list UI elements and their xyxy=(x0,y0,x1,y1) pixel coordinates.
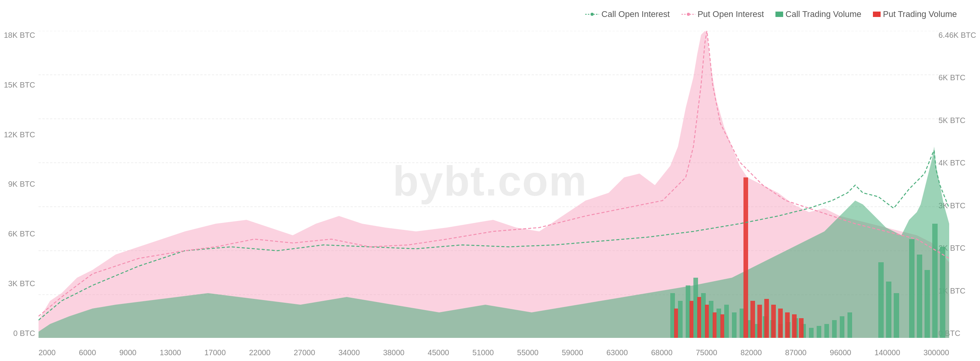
svg-rect-20 xyxy=(732,312,737,338)
svg-rect-44 xyxy=(674,309,678,338)
y-label-12k: 12K BTC xyxy=(4,130,35,139)
svg-rect-30 xyxy=(809,328,814,338)
svg-rect-49 xyxy=(720,314,724,338)
legend-call-oi-label: Call Open Interest xyxy=(601,9,670,19)
x-label-13000: 13000 xyxy=(160,348,181,357)
legend-put-vol-label: Put Trading Volume xyxy=(883,9,957,19)
y-label-18k: 18K BTC xyxy=(4,31,35,40)
legend-put-open-interest: Put Open Interest xyxy=(681,9,764,19)
svg-rect-40 xyxy=(917,255,922,338)
x-axis: 2000 6000 9000 13000 17000 22000 27000 3… xyxy=(39,348,949,357)
x-label-59000: 59000 xyxy=(562,348,583,357)
x-label-27000: 27000 xyxy=(294,348,315,357)
svg-rect-45 xyxy=(690,301,693,338)
svg-rect-37 xyxy=(886,282,891,338)
svg-rect-46 xyxy=(697,297,701,338)
svg-rect-38 xyxy=(894,293,899,338)
legend-call-vol-label: Call Trading Volume xyxy=(785,9,861,19)
x-label-140000: 140000 xyxy=(874,348,900,357)
x-label-68000: 68000 xyxy=(651,348,673,357)
svg-point-3 xyxy=(687,13,690,16)
x-label-9000: 9000 xyxy=(119,348,137,357)
svg-rect-19 xyxy=(724,305,729,338)
svg-rect-48 xyxy=(713,312,717,338)
svg-rect-43 xyxy=(940,247,945,338)
x-label-34000: 34000 xyxy=(338,348,360,357)
svg-rect-35 xyxy=(847,312,852,338)
y-label-0: 0 BTC xyxy=(13,329,35,338)
x-label-6000: 6000 xyxy=(79,348,96,357)
y-label-15k: 15K BTC xyxy=(4,81,35,89)
y-axis-left: 18K BTC 15K BTC 12K BTC 9K BTC 6K BTC 3K… xyxy=(4,31,35,338)
x-label-87000: 87000 xyxy=(785,348,807,357)
svg-rect-41 xyxy=(925,270,930,338)
svg-rect-31 xyxy=(817,326,821,338)
x-label-63000: 63000 xyxy=(606,348,628,357)
chart-legend: Call Open Interest Put Open Interest Cal… xyxy=(585,9,957,19)
svg-rect-58 xyxy=(799,318,804,338)
svg-rect-55 xyxy=(778,309,783,338)
y-label-9k: 9K BTC xyxy=(8,180,35,189)
svg-rect-50 xyxy=(743,177,748,338)
svg-rect-51 xyxy=(750,301,755,338)
legend-call-open-interest: Call Open Interest xyxy=(585,9,670,19)
y-label-6k: 6K BTC xyxy=(8,229,35,238)
y-label-3k: 3K BTC xyxy=(8,279,35,288)
legend-put-oi-label: Put Open Interest xyxy=(698,9,764,19)
x-label-38000: 38000 xyxy=(383,348,404,357)
legend-put-trading-volume: Put Trading Volume xyxy=(873,9,957,19)
legend-call-vol-icon xyxy=(775,12,783,17)
x-label-45000: 45000 xyxy=(428,348,449,357)
svg-rect-42 xyxy=(932,224,938,338)
svg-rect-13 xyxy=(678,301,683,338)
svg-rect-39 xyxy=(909,239,915,338)
svg-rect-52 xyxy=(757,305,762,338)
x-label-55000: 55000 xyxy=(517,348,539,357)
svg-point-1 xyxy=(591,13,594,16)
x-label-51000: 51000 xyxy=(472,348,494,357)
main-chart-svg xyxy=(39,31,949,338)
x-label-75000: 75000 xyxy=(696,348,717,357)
svg-rect-53 xyxy=(764,299,769,338)
legend-put-vol-icon xyxy=(873,12,881,17)
x-label-300000: 300000 xyxy=(923,348,949,357)
chart-container: Call Open Interest Put Open Interest Cal… xyxy=(0,0,980,361)
svg-rect-32 xyxy=(824,324,829,338)
x-label-96000: 96000 xyxy=(830,348,851,357)
svg-rect-57 xyxy=(792,314,797,338)
svg-rect-36 xyxy=(878,262,884,338)
x-label-22000: 22000 xyxy=(249,348,270,357)
x-label-2000: 2000 xyxy=(39,348,56,357)
svg-rect-33 xyxy=(832,320,837,338)
svg-rect-56 xyxy=(785,312,790,338)
x-label-17000: 17000 xyxy=(205,348,226,357)
svg-rect-54 xyxy=(771,305,776,338)
svg-rect-47 xyxy=(705,305,709,338)
x-label-82000: 82000 xyxy=(740,348,762,357)
legend-call-trading-volume: Call Trading Volume xyxy=(775,9,861,19)
svg-rect-34 xyxy=(840,316,844,338)
